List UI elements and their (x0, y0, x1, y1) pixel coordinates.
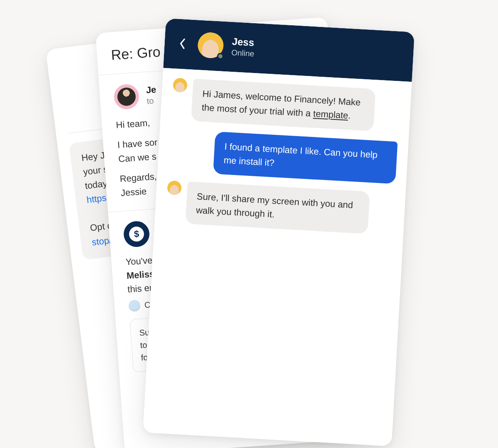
avatar-face (202, 39, 220, 59)
sender-avatar (113, 83, 140, 110)
agent-message: Hi James, welcome to Financely! Make the… (191, 79, 376, 131)
email-line: Can we s (118, 151, 156, 164)
chevron-left-icon (179, 38, 186, 49)
agent-message: Sure, I'll share my screen with you and … (185, 182, 370, 234)
agent-avatar-small (167, 180, 182, 195)
participant-avatar (128, 300, 141, 312)
chat-body: Hi James, welcome to Financely! Make the… (143, 68, 412, 446)
sms-link[interactable]: stop/ (91, 235, 112, 248)
back-button[interactable] (175, 36, 190, 51)
app-icon: $ (123, 221, 150, 248)
template-link[interactable]: template (313, 108, 349, 121)
message-row-agent: Sure, I'll share my screen with you and … (165, 180, 395, 235)
agent-name: Jess (232, 36, 255, 49)
message-row-agent: Hi James, welcome to Financely! Make the… (171, 78, 400, 132)
message-text: . (348, 110, 351, 121)
message-row-user: I found a template I like. Can you help … (168, 129, 398, 184)
email-line: Jessie (120, 186, 147, 198)
recipient-label: to (146, 96, 157, 106)
dollar-icon: $ (129, 226, 144, 242)
avatar-face (117, 87, 136, 107)
email-line: Regards, (120, 171, 157, 184)
email-line: I have sor (117, 137, 158, 150)
presence-indicator (217, 53, 224, 60)
sender-name: Je (146, 84, 156, 96)
user-message: I found a template I like. Can you help … (213, 131, 398, 184)
agent-status: Online (231, 48, 254, 58)
chat-card: Jess Online Hi James, welcome to Finance… (143, 18, 415, 446)
agent-avatar-small (173, 78, 188, 93)
assign-line: You've (125, 255, 153, 267)
agent-avatar-wrap (197, 32, 224, 58)
